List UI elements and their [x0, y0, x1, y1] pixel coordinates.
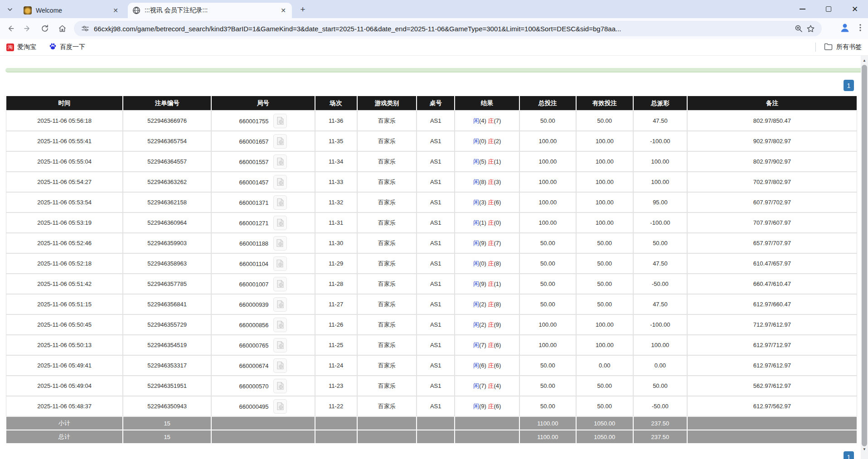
- video-replay-button[interactable]: [273, 114, 287, 128]
- table-no-cell: AS1: [417, 335, 454, 355]
- total-bet-cell[interactable]: 50.00: [520, 233, 575, 253]
- video-replay-button[interactable]: [273, 338, 287, 353]
- video-replay-button[interactable]: [273, 155, 287, 169]
- game-type-cell: 百家乐: [358, 193, 417, 212]
- new-tab-button[interactable]: +: [297, 4, 308, 15]
- total-bet-cell[interactable]: 50.00: [520, 111, 575, 130]
- total-bet-cell[interactable]: 50.00: [520, 376, 575, 396]
- video-replay-button[interactable]: [273, 297, 287, 312]
- profile-avatar[interactable]: [839, 22, 851, 35]
- table-no-cell: AS1: [417, 152, 454, 171]
- page-1-button[interactable]: 1: [844, 451, 854, 459]
- all-bookmarks[interactable]: 所有书签: [815, 39, 862, 55]
- tab-close-icon[interactable]: ✕: [279, 6, 287, 14]
- result-cell: 闲(7) 庄(4): [455, 376, 519, 396]
- round-cell: 660000856: [212, 315, 314, 334]
- session-cell: 11-28: [315, 274, 357, 294]
- all-bookmarks-label: 所有书签: [836, 43, 862, 51]
- video-replay-button[interactable]: [273, 236, 287, 251]
- window-close-button[interactable]: ✕: [842, 0, 868, 18]
- browser-menu-button[interactable]: [856, 23, 864, 34]
- table-row: 2025-11-06 05:54:27522946363262660001457…: [6, 172, 857, 192]
- round-cell: 660001271: [212, 213, 314, 232]
- page-1-button[interactable]: 1: [844, 80, 854, 91]
- scroll-up-icon[interactable]: ▲: [861, 57, 868, 64]
- forward-button[interactable]: [21, 22, 34, 35]
- site-settings-icon[interactable]: [79, 23, 91, 34]
- video-replay-button[interactable]: [273, 399, 287, 414]
- total-bet-cell[interactable]: 100.00: [520, 172, 575, 192]
- vertical-scrollbar[interactable]: ▲ ▼: [861, 56, 868, 459]
- tab-search-button[interactable]: [5, 4, 15, 15]
- bet-id-cell: 522946365754: [123, 131, 211, 151]
- url-text[interactable]: 66cxkj98.com/game/betrecord_search/kind3…: [94, 25, 793, 33]
- pagination-top: 1: [0, 72, 868, 91]
- total-bet-cell[interactable]: 50.00: [520, 356, 575, 375]
- round-cell: 660000495: [212, 396, 314, 416]
- player-score: (9): [479, 280, 486, 287]
- scroll-down-icon[interactable]: ▼: [861, 445, 868, 453]
- game-type-cell: 百家乐: [358, 396, 417, 416]
- total-bet-cell[interactable]: 100.00: [520, 315, 575, 334]
- tab-close-icon[interactable]: ✕: [112, 6, 120, 14]
- result-cell: 闲(0) 庄(8): [455, 254, 519, 273]
- tab-welcome[interactable]: Welcome ✕: [19, 3, 124, 18]
- banker-score: (3): [494, 179, 501, 185]
- valid-bet-cell: 100.00: [577, 131, 633, 151]
- bookmark-baidu[interactable]: 百度一下: [49, 43, 85, 52]
- tab-bet-records[interactable]: :::视讯 会员下注纪录::: ✕: [128, 3, 292, 18]
- total-bet-cell[interactable]: 50.00: [520, 396, 575, 416]
- total-bet-cell[interactable]: 100.00: [520, 193, 575, 212]
- round-cell: 660001457: [212, 172, 314, 192]
- video-replay-button[interactable]: [273, 256, 287, 271]
- video-file-icon: [276, 157, 284, 166]
- total-cell: 1100.00: [520, 417, 575, 430]
- round-number: 660001457: [239, 179, 269, 185]
- video-replay-button[interactable]: [273, 379, 287, 393]
- video-replay-button[interactable]: [273, 318, 287, 332]
- video-replay-button[interactable]: [273, 216, 287, 230]
- video-replay-button[interactable]: [273, 134, 287, 149]
- total-cell: [455, 430, 519, 443]
- session-cell: 11-31: [315, 213, 357, 232]
- result-cell: 闲(5) 庄(1): [455, 152, 519, 171]
- total-bet-cell[interactable]: 100.00: [520, 213, 575, 232]
- round-cell: 660000674: [212, 356, 314, 375]
- video-replay-button[interactable]: [273, 175, 287, 189]
- total-cell: [358, 417, 417, 430]
- total-bet-cell[interactable]: 100.00: [520, 131, 575, 151]
- video-file-icon: [276, 218, 284, 227]
- scrollbar-thumb[interactable]: [862, 65, 867, 446]
- minimize-icon: [800, 9, 805, 10]
- total-bet-cell[interactable]: 50.00: [520, 295, 575, 314]
- total-bet-cell[interactable]: 50.00: [520, 254, 575, 273]
- reload-button[interactable]: [38, 22, 52, 35]
- url-bar[interactable]: 66cxkj98.com/game/betrecord_search/kind3…: [74, 21, 822, 36]
- round-number: 660001557: [239, 158, 269, 165]
- bookmark-taobao[interactable]: 淘 爱淘宝: [6, 43, 36, 51]
- video-replay-button[interactable]: [273, 277, 287, 291]
- session-cell: 11-27: [315, 295, 357, 314]
- total-bet-cell[interactable]: 50.00: [520, 274, 575, 294]
- bookmark-star-icon[interactable]: [805, 23, 816, 34]
- player-score: (3): [479, 199, 486, 206]
- table-no-cell: AS1: [417, 295, 454, 314]
- session-cell: 11-25: [315, 335, 357, 355]
- session-cell: 11-24: [315, 356, 357, 375]
- window-minimize-button[interactable]: [789, 0, 815, 18]
- result-cell: 闲(9) 庄(1): [455, 274, 519, 294]
- result-cell: 闲(6) 庄(6): [455, 356, 519, 375]
- total-bet-cell[interactable]: 100.00: [520, 335, 575, 355]
- back-button[interactable]: [4, 22, 17, 35]
- video-replay-button[interactable]: [273, 195, 287, 210]
- home-button[interactable]: [55, 22, 69, 35]
- total-bet-cell[interactable]: 100.00: [520, 152, 575, 171]
- banker-result: 庄: [486, 117, 494, 124]
- bet-id-cell: 522946359903: [123, 233, 211, 253]
- time-cell: 2025-11-06 05:53:54: [6, 193, 122, 212]
- video-replay-button[interactable]: [273, 358, 287, 373]
- window-maximize-button[interactable]: [815, 0, 842, 18]
- total-cell: 1050.00: [577, 417, 633, 430]
- total-cell: [417, 430, 454, 443]
- zoom-icon[interactable]: [793, 23, 805, 34]
